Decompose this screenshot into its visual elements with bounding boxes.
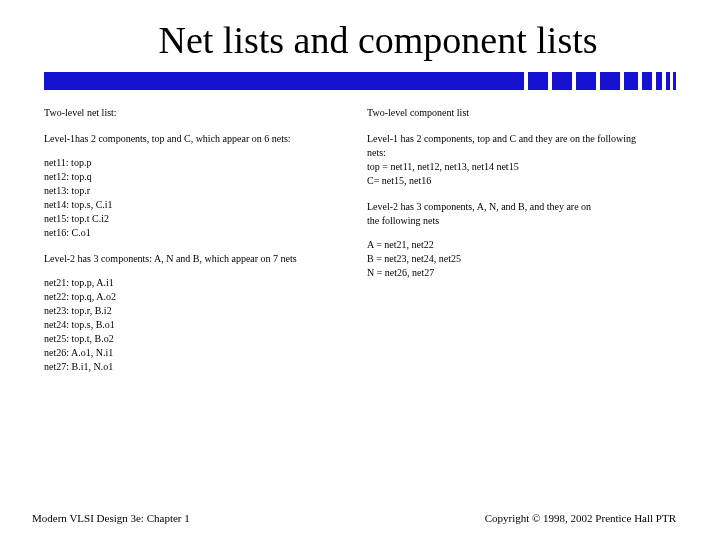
divider-box — [528, 72, 548, 90]
l1-intro-left: Level-1has 2 components, top and C, whic… — [44, 132, 353, 146]
divider-box — [642, 72, 652, 90]
footer-left: Modern VLSI Design 3e: Chapter 1 — [32, 512, 190, 524]
comp-line: N = net26, net27 — [367, 266, 676, 280]
divider-box — [576, 72, 596, 90]
left-column: Two-level net list: Level-1has 2 compone… — [44, 106, 353, 386]
divider-box — [673, 72, 676, 90]
left-header: Two-level net list: — [44, 106, 353, 120]
net-line: net24: top.s, B.o1 — [44, 318, 353, 332]
comp-line: A = net21, net22 — [367, 238, 676, 252]
net-line: net15: top.t C.i2 — [44, 212, 353, 226]
net-line: net26: A.o1, N.i1 — [44, 346, 353, 360]
l2-comp-block: A = net21, net22 B = net23, net24, net25… — [367, 238, 676, 280]
net-line: net12: top.q — [44, 170, 353, 184]
l1-intro-right-b: nets: — [367, 146, 676, 160]
divider-box — [656, 72, 662, 90]
l2-intro-right-b: the following nets — [367, 214, 676, 228]
net-line: net23: top.r, B.i2 — [44, 304, 353, 318]
net-line: net27: B.i1, N.o1 — [44, 360, 353, 374]
comp-line: top = net11, net12, net13, net14 net15 — [367, 160, 676, 174]
divider-box — [666, 72, 670, 90]
divider-fill — [44, 72, 524, 90]
net-line: net25: top.t, B.o2 — [44, 332, 353, 346]
net-line: net16: C.o1 — [44, 226, 353, 240]
l1-intro-right-a: Level-1 has 2 components, top and C and … — [367, 132, 676, 146]
divider-box — [600, 72, 620, 90]
l1-comp-block: top = net11, net12, net13, net14 net15 C… — [367, 160, 676, 188]
l2-intro-left: Level-2 has 3 components: A, N and B, wh… — [44, 252, 353, 266]
divider-boxes — [524, 72, 676, 90]
net-line: net21: top.p, A.i1 — [44, 276, 353, 290]
net-line: net14: top.s, C.i1 — [44, 198, 353, 212]
divider-box — [552, 72, 572, 90]
divider-bar — [44, 72, 676, 90]
footer-right: Copyright © 1998, 2002 Prentice Hall PTR — [485, 512, 676, 524]
slide-title: Net lists and component lists — [36, 0, 720, 70]
l2-nets-block: net21: top.p, A.i1 net22: top.q, A.o2 ne… — [44, 276, 353, 374]
right-column: Two-level component list Level-1 has 2 c… — [367, 106, 676, 386]
comp-line: B = net23, net24, net25 — [367, 252, 676, 266]
right-header: Two-level component list — [367, 106, 676, 120]
net-line: net11: top.p — [44, 156, 353, 170]
net-line: net22: top.q, A.o2 — [44, 290, 353, 304]
l2-intro-right-a: Level-2 has 3 components, A, N, and B, a… — [367, 200, 676, 214]
slide-body: Two-level net list: Level-1has 2 compone… — [0, 90, 720, 386]
net-line: net13: top.r — [44, 184, 353, 198]
comp-line: C= net15, net16 — [367, 174, 676, 188]
l1-nets-block: net11: top.p net12: top.q net13: top.r n… — [44, 156, 353, 240]
divider-box — [624, 72, 638, 90]
